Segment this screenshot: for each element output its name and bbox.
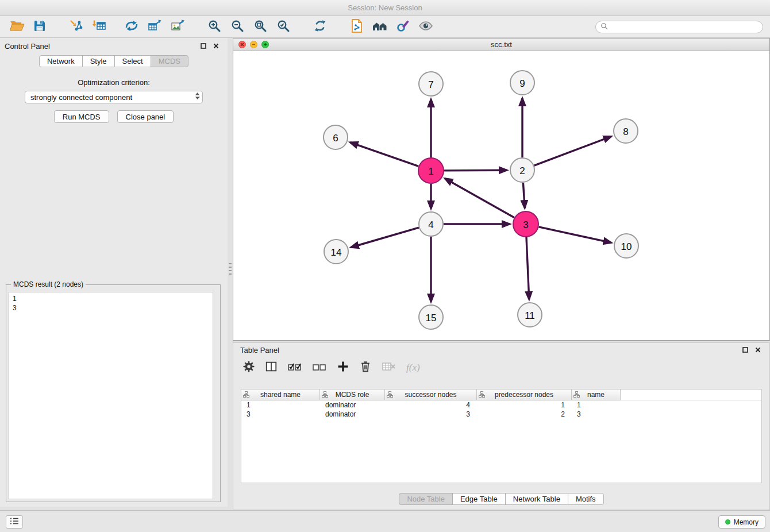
export-network-button[interactable] bbox=[122, 18, 141, 36]
close-table-panel-icon[interactable] bbox=[753, 345, 763, 354]
network-node-4[interactable]: 4 bbox=[419, 212, 443, 236]
control-tab-select[interactable]: Select bbox=[114, 55, 151, 67]
network-edge-1-2[interactable] bbox=[444, 170, 507, 171]
titlebar: Session: New Session bbox=[0, 0, 770, 16]
network-edge-4-14[interactable] bbox=[351, 228, 419, 247]
network-node-1[interactable]: 1 bbox=[418, 158, 444, 183]
import-table-button[interactable] bbox=[90, 18, 109, 36]
control-tab-mcds[interactable]: MCDS bbox=[151, 55, 188, 67]
paste-network-button[interactable] bbox=[347, 18, 367, 36]
window-controls bbox=[238, 41, 269, 48]
svg-text:4: 4 bbox=[428, 219, 433, 230]
import-network-icon bbox=[69, 19, 84, 35]
export-table-button[interactable] bbox=[145, 18, 164, 36]
table-cell: 2 bbox=[477, 410, 572, 419]
network-node-11[interactable]: 11 bbox=[518, 303, 542, 327]
column-header-label: MCDS role bbox=[336, 391, 369, 399]
select-all-icon[interactable] bbox=[287, 360, 302, 375]
table-cell: 3 bbox=[572, 410, 621, 419]
run-mcds-button[interactable]: Run MCDS bbox=[54, 110, 109, 123]
network-node-8[interactable]: 8 bbox=[614, 119, 638, 143]
float-table-panel-icon[interactable] bbox=[741, 345, 750, 354]
maximize-window-icon[interactable] bbox=[261, 41, 269, 48]
mcds-result-list[interactable]: 13 bbox=[9, 292, 213, 499]
export-network-icon bbox=[124, 19, 139, 35]
refresh-button[interactable] bbox=[310, 18, 330, 36]
zoom-selected-button[interactable] bbox=[274, 18, 293, 36]
network-node-15[interactable]: 15 bbox=[419, 305, 443, 329]
control-panel: Control Panel NetworkStyleSelectMCDS Opt… bbox=[0, 38, 228, 507]
control-tab-network[interactable]: Network bbox=[39, 55, 83, 67]
control-panel-tabs: NetworkStyleSelectMCDS bbox=[0, 55, 228, 67]
network-edge-2-8[interactable] bbox=[534, 137, 611, 166]
delete-trash-icon[interactable] bbox=[359, 360, 372, 375]
open-session-button[interactable] bbox=[7, 18, 26, 36]
mcds-result-item[interactable]: 1 bbox=[13, 294, 209, 303]
network-canvas[interactable]: 7968124314101511 bbox=[233, 51, 769, 340]
table-cell: 1 bbox=[241, 400, 320, 410]
import-network-button[interactable] bbox=[67, 18, 86, 36]
close-panel-button[interactable]: Close panel bbox=[117, 110, 174, 123]
task-history-button[interactable] bbox=[6, 515, 23, 529]
criterion-select[interactable]: strongly connected component bbox=[25, 91, 203, 103]
show-hide-button[interactable] bbox=[416, 18, 436, 36]
save-session-button[interactable] bbox=[30, 18, 49, 36]
close-panel-icon[interactable] bbox=[211, 41, 221, 51]
network-node-3[interactable]: 3 bbox=[513, 211, 538, 237]
show-columns-icon[interactable] bbox=[265, 360, 278, 375]
window-title: Session: New Session bbox=[348, 3, 422, 12]
table-panel-header: Table Panel bbox=[233, 343, 769, 357]
mcds-result-item[interactable]: 3 bbox=[13, 303, 209, 313]
table-panel-tabs: Node TableEdge TableNetwork TableMotifs bbox=[233, 493, 769, 505]
network-edge-1-6[interactable] bbox=[351, 142, 419, 167]
table-tab-node-table[interactable]: Node Table bbox=[399, 493, 453, 505]
column-header-name[interactable]: name bbox=[572, 390, 621, 400]
column-header-label: predecessor nodes bbox=[495, 391, 553, 399]
svg-text:9: 9 bbox=[519, 78, 525, 89]
control-tab-style[interactable]: Style bbox=[82, 55, 115, 67]
network-node-9[interactable]: 9 bbox=[510, 71, 534, 95]
network-overview-button[interactable] bbox=[370, 18, 390, 36]
table-settings-gear-icon[interactable] bbox=[242, 360, 255, 375]
zoom-out-button[interactable] bbox=[228, 18, 247, 36]
column-header-successor-nodes[interactable]: successor nodes bbox=[385, 390, 477, 400]
network-edge-2-3[interactable] bbox=[523, 183, 525, 208]
column-edit-icon bbox=[243, 391, 249, 399]
table-tab-motifs[interactable]: Motifs bbox=[568, 493, 604, 505]
network-edge-3-10[interactable] bbox=[539, 227, 611, 242]
float-panel-icon[interactable] bbox=[199, 41, 208, 51]
minimize-window-icon[interactable] bbox=[250, 41, 257, 48]
column-header-shared-name[interactable]: shared name bbox=[241, 390, 320, 400]
close-window-icon[interactable] bbox=[238, 41, 246, 48]
network-node-10[interactable]: 10 bbox=[614, 234, 638, 258]
network-node-6[interactable]: 6 bbox=[324, 125, 348, 149]
column-header-mcds-role[interactable]: MCDS role bbox=[320, 390, 385, 400]
splitter-handle[interactable] bbox=[229, 263, 232, 276]
network-edge-3-1[interactable] bbox=[445, 179, 514, 218]
network-node-14[interactable]: 14 bbox=[324, 240, 348, 264]
table-tab-edge-table[interactable]: Edge Table bbox=[452, 493, 506, 505]
paste-network-icon bbox=[350, 18, 364, 36]
svg-text:3: 3 bbox=[523, 219, 528, 230]
import-table-icon bbox=[92, 19, 107, 35]
network-window-titlebar[interactable]: scc.txt bbox=[233, 38, 769, 51]
export-image-button[interactable] bbox=[168, 18, 187, 36]
table-cell: 3 bbox=[241, 410, 320, 419]
zoom-in-button[interactable] bbox=[205, 18, 224, 36]
zoom-out-icon bbox=[230, 19, 244, 35]
zoom-fit-button[interactable] bbox=[251, 18, 270, 36]
panel-splitter[interactable] bbox=[228, 38, 233, 507]
network-node-2[interactable]: 2 bbox=[510, 158, 534, 182]
add-column-plus-icon[interactable] bbox=[337, 360, 349, 375]
table-row[interactable]: 1dominator411 bbox=[241, 400, 761, 410]
style-button[interactable] bbox=[393, 18, 413, 36]
table-tab-network-table[interactable]: Network Table bbox=[505, 493, 568, 505]
search-input[interactable] bbox=[611, 23, 758, 31]
network-node-7[interactable]: 7 bbox=[419, 72, 443, 96]
table-cell: 3 bbox=[385, 410, 477, 419]
deselect-all-icon[interactable] bbox=[312, 360, 327, 375]
column-header-predecessor-nodes[interactable]: predecessor nodes bbox=[477, 390, 572, 400]
network-edge-3-11[interactable] bbox=[526, 237, 529, 299]
memory-button[interactable]: Memory bbox=[718, 515, 765, 529]
table-row[interactable]: 3dominator323 bbox=[241, 410, 761, 419]
